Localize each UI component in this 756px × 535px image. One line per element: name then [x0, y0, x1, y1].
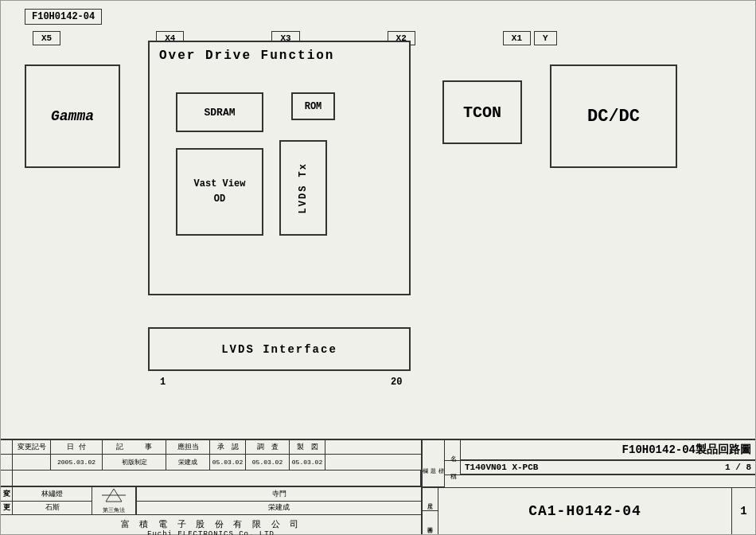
lvdstx-label: LVDS Tx [298, 162, 309, 213]
staff-name2: 石斯 [45, 502, 60, 513]
dcdc-block: DC/DC [550, 64, 677, 168]
sdram-block: SDRAM [176, 92, 263, 132]
tcon-block: TCON [442, 80, 522, 144]
mark-left-col: 変 更 [1, 487, 13, 514]
odf-title: Over Drive Function [150, 42, 409, 69]
date-data1: 2005.03.02 [51, 455, 103, 470]
main-container: F10H0142-04 X5 X4 X3 X2 X1 Y Gamma Over … [0, 0, 756, 535]
schematic-area: F10H0142-04 X5 X4 X3 X2 X1 Y Gamma Over … [1, 1, 755, 439]
ri-model: T140VN01 X-PCB 1 / 8 [461, 461, 755, 474]
third-angle-area: 第三角法 [92, 487, 136, 514]
rom-block: ROM [291, 92, 335, 120]
mark-col-data2 [1, 471, 13, 486]
scale-label: 稱 [445, 461, 461, 474]
ri-labels2: 尺度 圖番 [423, 488, 438, 535]
company-row: 富 積 電 子 股 份 有 限 公 司 Fuchi ELECTRONICS Co… [1, 514, 421, 535]
change-data-row-2 [1, 471, 421, 486]
vastview-line1: Vast View [194, 177, 246, 192]
connector-x5: X5 [33, 31, 60, 45]
ri-bottom: 尺度 圖番 CA1-H0142-04 1 [423, 488, 755, 535]
doc-id-row: 名 F10H0142-04製品回路圖 [445, 440, 755, 461]
staff-names: 林繡燈 石斯 [13, 487, 92, 514]
checker-row: 栄建成 [137, 502, 421, 515]
kiji-header: 記 事 [103, 440, 166, 454]
dept-label: 寺門 [272, 489, 286, 499]
shonin-header: 承 認 [210, 440, 246, 454]
ri-labels: 標題欄 [423, 440, 445, 487]
tanto-data1: 栄建成 [166, 455, 210, 470]
ri-drawing-no: CA1-H0142-04 [438, 488, 731, 535]
lvds-pin-20: 20 [391, 377, 402, 388]
page-text: 1 / 8 [725, 463, 751, 472]
change-header-row: 変更記号 日 付 記 事 應担当 承 認 調 査 製 図 [1, 440, 421, 455]
staff-name1: 林繡燈 [41, 489, 63, 499]
vastview-line2: OD [214, 192, 225, 207]
ri-doc-id: F10H0142-04製品回路圖 [461, 440, 755, 460]
company-en: Fuchi ELECTRONICS Co. LTD [147, 530, 275, 535]
name-label: 名 [445, 440, 461, 460]
right-info: 標題欄 名 F10H0142-04製品回路圖 稱 T140VN01 X-PCB … [423, 440, 755, 534]
label-hyo: 標題欄 [423, 440, 444, 487]
ri-content: 名 F10H0142-04製品回路圖 稱 T140VN01 X-PCB 1 / … [445, 440, 755, 487]
vastview-block: Vast View OD [176, 148, 263, 236]
lvdstx-block: LVDS Tx [279, 140, 327, 236]
size-label: 尺度 [423, 488, 438, 512]
third-angle-symbol [102, 487, 126, 505]
ri-top: 標題欄 名 F10H0142-04製品回路圖 稱 T140VN01 X-PCB … [423, 440, 755, 488]
mark-col-data1 [1, 455, 13, 470]
change-bottom-area: 変 更 林繡燈 石斯 [1, 486, 421, 514]
change-data-row-1: 2005.03.02 初版制定 栄建成 05.03.02 05.03.02 05… [1, 455, 421, 471]
checker-label: 栄建成 [268, 502, 290, 513]
henkou-mark: 変 [1, 487, 12, 502]
third-angle-label: 第三角法 [103, 506, 125, 514]
koushin-mark: 更 [1, 502, 12, 515]
dept-checker: 寺門 栄建成 [136, 487, 421, 514]
company-cn: 富 積 電 子 股 份 有 限 公 司 [121, 518, 301, 530]
gamma-label: Gamma [51, 108, 94, 124]
bottom-section: 変更記号 日 付 記 事 應担当 承 認 調 査 製 図 2005.03.02 … [1, 439, 755, 534]
empty-row2 [13, 471, 421, 486]
benko-data1 [13, 455, 51, 470]
kiji-data1: 初版制定 [103, 455, 166, 470]
tanto-header: 應担当 [166, 440, 210, 454]
seizu-data1: 05.03.02 [290, 455, 325, 470]
staff-name2-row: 石斯 [13, 502, 92, 515]
model-text: T140VN01 X-PCB [465, 463, 538, 472]
connector-y: Y [534, 31, 557, 45]
doc-id-topleft: F10H0142-04 [25, 9, 102, 25]
lvds-pin-1: 1 [160, 377, 166, 388]
seizu-header: 製 図 [290, 440, 325, 454]
gamma-block: Gamma [25, 64, 120, 168]
change-table: 変更記号 日 付 記 事 應担当 承 認 調 査 製 図 2005.03.02 … [1, 440, 423, 534]
dept-row: 寺門 [137, 487, 421, 502]
ri-page-no: 1 [731, 488, 755, 535]
date-header: 日 付 [51, 440, 103, 454]
benko-header: 変更記号 [13, 440, 51, 454]
drawing-label: 圖番 [423, 511, 438, 534]
connector-x1: X1 [503, 31, 531, 45]
staff-name-row: 林繡燈 [13, 487, 92, 502]
shonin-data1: 05.03.02 [210, 455, 246, 470]
mark-col-header [1, 440, 13, 454]
chosa-header: 調 査 [246, 440, 290, 454]
model-row: 稱 T140VN01 X-PCB 1 / 8 [445, 461, 755, 475]
lvds-interface-block: LVDS Interface [148, 327, 411, 371]
chosa-data1: 05.03.02 [246, 455, 290, 470]
